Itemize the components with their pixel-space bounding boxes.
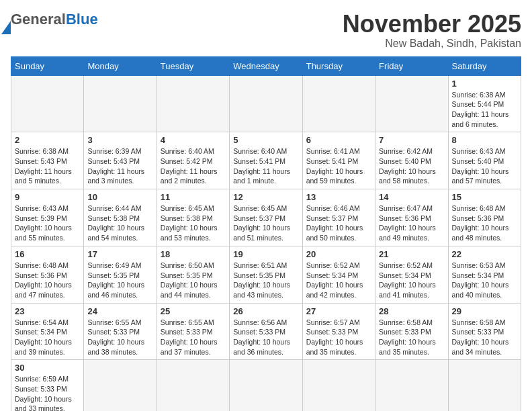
day-info: Sunrise: 6:49 AM Sunset: 5:35 PM Dayligh…: [87, 261, 152, 300]
logo: General Blue: [11, 11, 98, 33]
calendar-cell: 21Sunrise: 6:52 AM Sunset: 5:34 PM Dayli…: [375, 246, 448, 303]
day-number: 2: [15, 135, 80, 145]
day-info: Sunrise: 6:38 AM Sunset: 5:43 PM Dayligh…: [15, 146, 80, 186]
calendar-cell: 22Sunrise: 6:53 AM Sunset: 5:34 PM Dayli…: [448, 246, 521, 303]
day-info: Sunrise: 6:48 AM Sunset: 5:36 PM Dayligh…: [452, 203, 517, 243]
day-info: Sunrise: 6:45 AM Sunset: 5:37 PM Dayligh…: [233, 203, 298, 243]
day-info: Sunrise: 6:59 AM Sunset: 5:33 PM Dayligh…: [15, 374, 80, 411]
calendar-cell: 19Sunrise: 6:51 AM Sunset: 5:35 PM Dayli…: [230, 246, 302, 303]
day-info: Sunrise: 6:43 AM Sunset: 5:40 PM Dayligh…: [452, 146, 517, 186]
calendar-cell: [84, 360, 157, 411]
page-header: General Blue November 2025 New Badah, Si…: [11, 11, 521, 50]
day-info: Sunrise: 6:58 AM Sunset: 5:33 PM Dayligh…: [452, 318, 517, 357]
calendar-cell: 5Sunrise: 6:40 AM Sunset: 5:41 PM Daylig…: [230, 132, 302, 189]
day-info: Sunrise: 6:48 AM Sunset: 5:36 PM Dayligh…: [15, 261, 80, 300]
calendar-cell: 11Sunrise: 6:45 AM Sunset: 5:38 PM Dayli…: [157, 189, 229, 246]
day-number: 10: [87, 192, 152, 202]
day-info: Sunrise: 6:40 AM Sunset: 5:41 PM Dayligh…: [233, 146, 298, 186]
day-number: 7: [379, 135, 444, 145]
calendar-cell: [230, 75, 302, 132]
calendar-cell: 18Sunrise: 6:50 AM Sunset: 5:35 PM Dayli…: [157, 246, 229, 303]
day-info: Sunrise: 6:43 AM Sunset: 5:39 PM Dayligh…: [15, 203, 80, 243]
day-info: Sunrise: 6:55 AM Sunset: 5:33 PM Dayligh…: [87, 318, 152, 357]
calendar-cell: 13Sunrise: 6:46 AM Sunset: 5:37 PM Dayli…: [302, 189, 375, 246]
calendar-cell: 15Sunrise: 6:48 AM Sunset: 5:36 PM Dayli…: [448, 189, 521, 246]
day-number: 12: [233, 192, 298, 202]
location-title: New Badah, Sindh, Pakistan: [343, 38, 521, 50]
calendar-cell: 27Sunrise: 6:57 AM Sunset: 5:33 PM Dayli…: [302, 303, 375, 360]
calendar-cell: 30Sunrise: 6:59 AM Sunset: 5:33 PM Dayli…: [11, 360, 84, 411]
day-number: 5: [233, 135, 298, 145]
calendar-cell: 3Sunrise: 6:39 AM Sunset: 5:43 PM Daylig…: [84, 132, 157, 189]
day-info: Sunrise: 6:39 AM Sunset: 5:43 PM Dayligh…: [87, 146, 152, 186]
calendar-week-5: 23Sunrise: 6:54 AM Sunset: 5:34 PM Dayli…: [11, 303, 521, 360]
calendar-cell: 6Sunrise: 6:41 AM Sunset: 5:41 PM Daylig…: [302, 132, 375, 189]
day-info: Sunrise: 6:58 AM Sunset: 5:33 PM Dayligh…: [379, 318, 444, 357]
calendar-cell: [375, 75, 448, 132]
calendar-cell: 26Sunrise: 6:56 AM Sunset: 5:33 PM Dayli…: [230, 303, 302, 360]
calendar-cell: [230, 360, 302, 411]
calendar-cell: 20Sunrise: 6:52 AM Sunset: 5:34 PM Dayli…: [302, 246, 375, 303]
day-number: 6: [306, 135, 371, 145]
day-info: Sunrise: 6:44 AM Sunset: 5:38 PM Dayligh…: [87, 203, 152, 243]
calendar-cell: [84, 75, 157, 132]
title-area: November 2025 New Badah, Sindh, Pakistan: [343, 11, 521, 50]
calendar-cell: [157, 360, 229, 411]
day-number: 11: [161, 192, 226, 202]
calendar-week-4: 16Sunrise: 6:48 AM Sunset: 5:36 PM Dayli…: [11, 246, 521, 303]
day-info: Sunrise: 6:50 AM Sunset: 5:35 PM Dayligh…: [161, 261, 226, 300]
day-number: 9: [15, 192, 80, 202]
calendar-week-1: 1Sunrise: 6:38 AM Sunset: 5:44 PM Daylig…: [11, 75, 521, 132]
calendar-cell: 4Sunrise: 6:40 AM Sunset: 5:42 PM Daylig…: [157, 132, 229, 189]
calendar-cell: 12Sunrise: 6:45 AM Sunset: 5:37 PM Dayli…: [230, 189, 302, 246]
logo-blue: Blue: [66, 11, 98, 28]
calendar-cell: [11, 75, 84, 132]
day-info: Sunrise: 6:51 AM Sunset: 5:35 PM Dayligh…: [233, 261, 298, 300]
day-number: 20: [306, 249, 371, 259]
weekday-header-sunday: Sunday: [11, 56, 84, 75]
day-number: 14: [379, 192, 444, 202]
day-number: 1: [452, 79, 517, 89]
calendar-cell: 23Sunrise: 6:54 AM Sunset: 5:34 PM Dayli…: [11, 303, 84, 360]
calendar-cell: 9Sunrise: 6:43 AM Sunset: 5:39 PM Daylig…: [11, 189, 84, 246]
day-info: Sunrise: 6:54 AM Sunset: 5:34 PM Dayligh…: [15, 318, 80, 357]
day-number: 21: [379, 249, 444, 259]
weekday-header-row: SundayMondayTuesdayWednesdayThursdayFrid…: [11, 56, 521, 75]
day-number: 16: [15, 249, 80, 259]
weekday-header-friday: Friday: [375, 56, 448, 75]
calendar-cell: 25Sunrise: 6:55 AM Sunset: 5:33 PM Dayli…: [157, 303, 229, 360]
calendar-cell: [302, 360, 375, 411]
day-info: Sunrise: 6:53 AM Sunset: 5:34 PM Dayligh…: [452, 261, 517, 300]
day-number: 28: [379, 306, 444, 316]
month-title: November 2025: [343, 11, 521, 38]
day-info: Sunrise: 6:45 AM Sunset: 5:38 PM Dayligh…: [161, 203, 226, 243]
day-info: Sunrise: 6:57 AM Sunset: 5:33 PM Dayligh…: [306, 318, 371, 357]
day-number: 18: [161, 249, 226, 259]
calendar-cell: 1Sunrise: 6:38 AM Sunset: 5:44 PM Daylig…: [448, 75, 521, 132]
calendar-cell: [375, 360, 448, 411]
day-info: Sunrise: 6:56 AM Sunset: 5:33 PM Dayligh…: [233, 318, 298, 357]
weekday-header-thursday: Thursday: [302, 56, 375, 75]
day-info: Sunrise: 6:46 AM Sunset: 5:37 PM Dayligh…: [306, 203, 371, 243]
calendar-cell: [157, 75, 229, 132]
calendar-cell: [302, 75, 375, 132]
calendar-week-6: 30Sunrise: 6:59 AM Sunset: 5:33 PM Dayli…: [11, 360, 521, 411]
day-info: Sunrise: 6:41 AM Sunset: 5:41 PM Dayligh…: [306, 146, 371, 186]
calendar-cell: 14Sunrise: 6:47 AM Sunset: 5:36 PM Dayli…: [375, 189, 448, 246]
day-number: 29: [452, 306, 517, 316]
day-number: 24: [87, 306, 152, 316]
day-number: 23: [15, 306, 80, 316]
calendar-cell: 24Sunrise: 6:55 AM Sunset: 5:33 PM Dayli…: [84, 303, 157, 360]
day-number: 13: [306, 192, 371, 202]
day-info: Sunrise: 6:52 AM Sunset: 5:34 PM Dayligh…: [306, 261, 371, 300]
logo-general: General: [11, 11, 66, 28]
day-number: 26: [233, 306, 298, 316]
calendar-week-3: 9Sunrise: 6:43 AM Sunset: 5:39 PM Daylig…: [11, 189, 521, 246]
day-number: 17: [87, 249, 152, 259]
calendar-cell: 17Sunrise: 6:49 AM Sunset: 5:35 PM Dayli…: [84, 246, 157, 303]
day-info: Sunrise: 6:52 AM Sunset: 5:34 PM Dayligh…: [379, 261, 444, 300]
weekday-header-saturday: Saturday: [448, 56, 521, 75]
day-number: 3: [87, 135, 152, 145]
calendar-cell: 16Sunrise: 6:48 AM Sunset: 5:36 PM Dayli…: [11, 246, 84, 303]
day-number: 8: [452, 135, 517, 145]
